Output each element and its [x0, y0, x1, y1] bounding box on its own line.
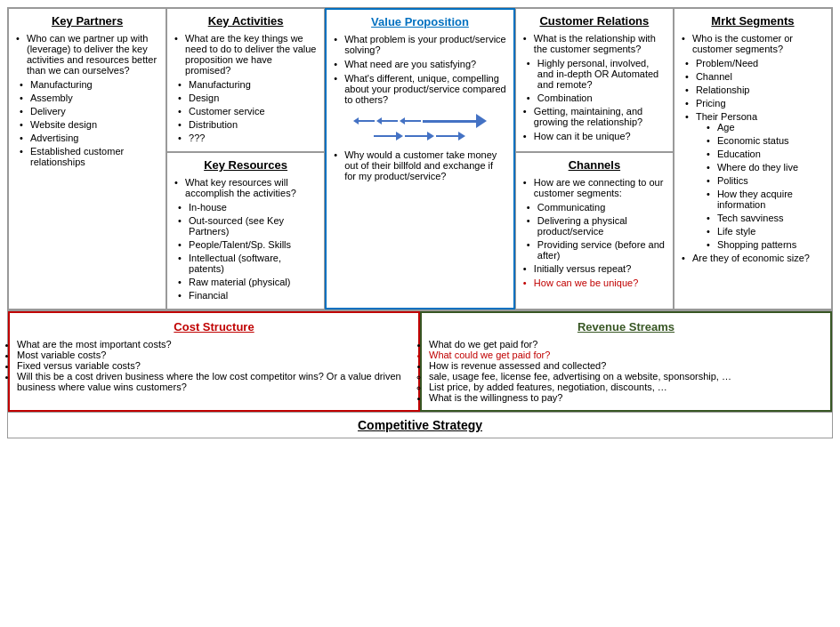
key-activities-intro: What are the key things we need to do to… — [174, 33, 317, 76]
list-item: What are the most important costs? — [17, 339, 411, 350]
list-item: People/Talent/Sp. Skills — [178, 239, 317, 250]
list-item: What do we get paid for? — [429, 339, 823, 350]
arrow-back-1 — [353, 117, 375, 125]
revenue-streams-title: Revenue Streams — [429, 320, 823, 334]
list-item: In-house — [178, 202, 317, 213]
rs-list: What do we get paid for? What could we g… — [429, 339, 823, 403]
list-item: List price, by added features, negotiati… — [429, 382, 823, 392]
mrkt-segments-cell: Mrkt Segments Who is the customer or cus… — [674, 8, 832, 309]
key-resources-cell: Key Resources What key resources will ac… — [166, 152, 325, 309]
list-item: Fixed versus variable costs? — [17, 360, 411, 371]
list-item: Age — [707, 122, 824, 133]
ch-intro: How are we connecting to our customer se… — [523, 177, 666, 198]
key-activities-title: Key Activities — [174, 14, 317, 28]
list-item: sale, usage fee, license fee, advertisin… — [429, 371, 823, 382]
ms-list: Problem/Need Channel Relationship Pricin… — [682, 58, 824, 250]
list-item: Where do they live — [707, 162, 824, 173]
cs-list: What are the most important costs? Most … — [17, 339, 411, 392]
list-item: Intellectual (software, patents) — [178, 253, 317, 274]
cost-structure-title: Cost Structure — [17, 320, 411, 334]
list-item: Pricing — [685, 98, 824, 109]
list-item: Advertising — [20, 133, 158, 143]
arrows-container — [334, 114, 506, 141]
list-item: Distribution — [178, 119, 317, 130]
top-grid: Key Partners Who can we partner up with … — [8, 8, 832, 311]
list-item: How they acquire information — [707, 189, 824, 210]
key-partners-list: Manufacturing Assembly Delivery Website … — [16, 79, 158, 167]
list-item: Established customer relationships — [20, 146, 158, 167]
list-item: Relationship — [685, 84, 824, 95]
ch-list: Communicating Delivering a physical prod… — [523, 202, 666, 261]
cost-structure-cell: Cost Structure What are the most importa… — [8, 311, 420, 412]
key-activities-list: Manufacturing Design Customer service Di… — [174, 79, 317, 143]
kr-intro: What key resources will accomplish the a… — [174, 177, 317, 198]
main-container: Key Partners Who can we partner up with … — [7, 7, 833, 438]
list-item: Manufacturing — [20, 79, 158, 90]
ch-outro: Initially versus repeat? — [523, 263, 666, 274]
list-item: Delivering a physical product/service — [527, 215, 666, 237]
ms-sub-list: Age Economic status Education Where do t… — [696, 122, 824, 250]
list-item: Assembly — [20, 92, 158, 103]
list-item: Their Persona Age Economic status Educat… — [685, 111, 824, 250]
key-partners-cell: Key Partners Who can we partner up with … — [8, 8, 166, 309]
key-partners-intro: Who can we partner up with (leverage) to… — [16, 33, 158, 76]
key-partners-title: Key Partners — [16, 14, 158, 28]
cr-outro: Getting, maintaining, and growing the re… — [523, 106, 666, 127]
list-item: Manufacturing — [178, 79, 317, 90]
list-item: Education — [707, 149, 824, 159]
cr-intro: What is the relationship with the custom… — [523, 33, 666, 54]
arrow-back-2 — [376, 117, 398, 125]
ch-final: How can we be unique? — [523, 277, 666, 288]
vp-item4: Why would a customer take money out of t… — [334, 149, 506, 181]
list-item: Politics — [707, 175, 824, 186]
ms-final: Are they of economic size? — [682, 253, 824, 263]
channels-title: Channels — [523, 158, 666, 172]
customer-relations-cell: Customer Relations What is the relations… — [515, 8, 674, 152]
list-item: Providing service (before and after) — [527, 239, 666, 261]
list-item: What is the willingness to pay? — [429, 392, 823, 403]
list-item: Out-sourced (see Key Partners) — [178, 215, 317, 237]
list-item: ??? — [178, 133, 317, 143]
ms-intro: Who is the customer or customer segments… — [682, 33, 824, 54]
list-item: What could we get paid for? — [429, 350, 823, 360]
vp-item3: What's different, unique, compelling abo… — [334, 73, 506, 105]
list-item: Life style — [707, 226, 824, 237]
revenue-streams-cell: Revenue Streams What do we get paid for?… — [420, 311, 832, 412]
cr-list: Highly personal, involved, and in-depth … — [523, 58, 666, 103]
list-item: Channel — [685, 71, 824, 82]
mrkt-segments-title: Mrkt Segments — [682, 14, 824, 28]
list-item: How is revenue assessed and collected? s… — [429, 360, 823, 392]
list-item: Will this be a cost driven business wher… — [17, 371, 411, 392]
list-item: Economic status — [707, 135, 824, 146]
channels-cell: Channels How are we connecting to our cu… — [515, 152, 674, 309]
list-item: Problem/Need — [685, 58, 824, 68]
list-item: Website design — [20, 119, 158, 130]
list-item: Design — [178, 92, 317, 103]
list-item: Financial — [178, 290, 317, 301]
customer-relations-title: Customer Relations — [523, 14, 666, 28]
list-item: Customer service — [178, 106, 317, 117]
value-proposition-cell: Value Proposition What problem is your p… — [325, 8, 515, 309]
list-item: Most variable costs? — [17, 350, 411, 360]
bottom-grid: Cost Structure What are the most importa… — [8, 311, 832, 412]
list-item: Delivery — [20, 106, 158, 117]
list-item: Combination — [527, 92, 666, 103]
vp-item1: What problem is your product/service sol… — [334, 34, 506, 55]
footer: Competitive Strategy — [8, 412, 832, 438]
list-item: Tech savviness — [707, 213, 824, 223]
list-item: Shopping patterns — [707, 239, 824, 250]
list-item: Highly personal, involved, and in-depth … — [527, 58, 666, 90]
list-item: Communicating — [527, 202, 666, 213]
value-proposition-title: Value Proposition — [334, 15, 506, 28]
cr-final: How can it be unique? — [523, 131, 666, 141]
kr-list: In-house Out-sourced (see Key Partners) … — [174, 202, 317, 301]
footer-title: Competitive Strategy — [358, 418, 482, 432]
key-activities-cell: Key Activities What are the key things w… — [166, 8, 325, 152]
key-resources-title: Key Resources — [174, 158, 317, 172]
rs-sub-list: sale, usage fee, license fee, advertisin… — [429, 371, 823, 392]
arrow-back-3 — [400, 117, 421, 125]
list-item: Raw material (physical) — [178, 277, 317, 287]
vp-item2: What need are you satisfying? — [334, 59, 506, 69]
